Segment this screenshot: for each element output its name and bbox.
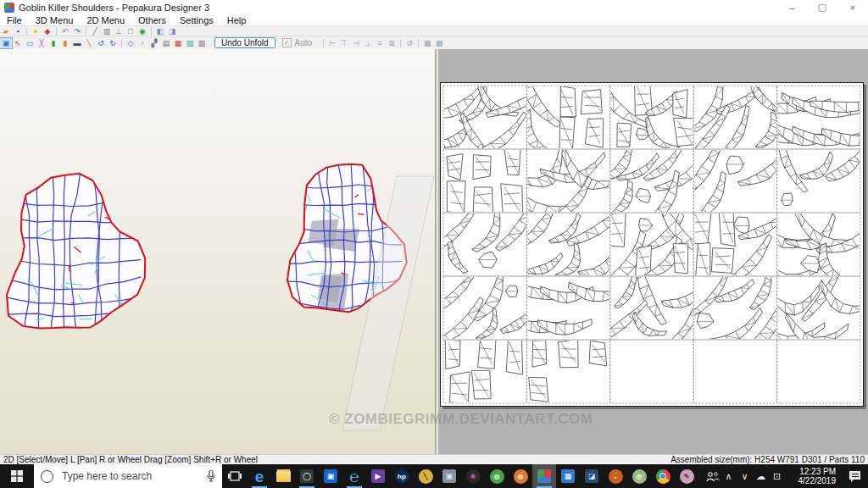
taskbar-app-media-viewer[interactable]: ▣ (437, 464, 461, 488)
pattern-part-group[interactable] (692, 210, 787, 285)
action-center-button[interactable] (841, 464, 868, 488)
layout-pages-icon[interactable]: ▩ (433, 38, 445, 48)
taskbar-app-file-explorer[interactable] (271, 464, 295, 488)
taskbar-app-green-orb-app[interactable]: ◍ (485, 464, 509, 488)
pattern-page-sheet[interactable] (440, 82, 864, 407)
right-shoulder-model[interactable] (287, 162, 407, 326)
undo-unfold-button[interactable]: Undo Unfold (214, 37, 275, 48)
align-bottom-icon[interactable]: ⊥ (362, 38, 374, 48)
print-setup-icon[interactable]: ▥ (196, 38, 208, 48)
taskbar-app-movies-tv[interactable]: ▶ (366, 464, 390, 488)
distribute-icon[interactable]: ≣ (386, 38, 398, 48)
taskbar-clock[interactable]: 12:23 PM 4/22/2019 (788, 467, 836, 485)
scale-up-icon[interactable]: ▮ (47, 38, 59, 48)
toolbar-separator (86, 27, 86, 36)
tray-app-v-icon[interactable]: ∨ (737, 464, 753, 488)
menu-2d-menu[interactable]: 2D Menu (80, 15, 131, 25)
window-controls: – ▢ × (776, 0, 868, 14)
pattern-part-group[interactable] (441, 268, 531, 345)
menu-bar: File3D Menu2D MenuOthersSettingsHelp (0, 14, 868, 25)
flat-part-icon[interactable]: ▬ (71, 38, 83, 48)
rotate-left-icon[interactable]: ↺ (95, 38, 107, 48)
menu-file[interactable]: File (0, 15, 29, 25)
taskbar-search[interactable] (34, 464, 222, 488)
pattern-part-group[interactable] (445, 336, 523, 404)
align-right-icon[interactable]: ⊣ (350, 38, 362, 48)
align-left-icon[interactable]: ⊢ (326, 38, 338, 48)
pattern-part-group[interactable] (506, 147, 625, 221)
align-center-icon[interactable]: ≡ (374, 38, 386, 48)
rotate-right-icon[interactable]: ↻ (107, 38, 119, 48)
task-view-button[interactable] (222, 464, 248, 488)
pattern-part-group[interactable] (520, 207, 622, 278)
align-top-icon[interactable]: ⊤ (338, 38, 350, 48)
taskbar-app-internet-explorer[interactable]: ℮ (342, 464, 366, 488)
rotate-part-left-icon[interactable]: ↺ (403, 38, 415, 48)
taskbar-app-green-circle-app[interactable]: ◎ (627, 464, 651, 488)
audacity-icon: ◒ (609, 469, 623, 484)
start-button[interactable] (0, 464, 34, 488)
select-move-icon[interactable]: ▣ (0, 38, 12, 48)
microphone-icon[interactable] (207, 470, 215, 482)
taskbar-app-orange-orb-app[interactable]: ◉ (509, 464, 532, 488)
auto-checkbox[interactable]: ✓ (282, 38, 292, 47)
taskbar-app-microsoft-store[interactable]: ▣ (319, 464, 342, 488)
taskbar-app-chrome[interactable] (651, 464, 675, 488)
menu-others[interactable]: Others (131, 15, 173, 25)
model-canvas[interactable] (0, 49, 435, 454)
color-fill-icon[interactable]: ▦ (172, 38, 184, 48)
green-orb-app-icon: ◍ (490, 469, 504, 484)
part-number-icon[interactable]: ▤ (160, 38, 172, 48)
pattern-part-group[interactable] (602, 202, 708, 286)
close-button[interactable]: × (837, 0, 868, 14)
viewport-3d[interactable] (0, 49, 436, 454)
pattern-part-group[interactable] (522, 83, 604, 153)
check-window-icon[interactable]: ▭ (24, 38, 36, 48)
taskbar-app-audacity[interactable]: ◒ (604, 464, 627, 488)
pane-2d[interactable] (437, 49, 868, 454)
menu-settings[interactable]: Settings (173, 15, 220, 25)
pattern-part-group[interactable] (684, 140, 787, 219)
arrange-parts-icon[interactable]: ▦ (421, 38, 433, 48)
menu-help[interactable]: Help (220, 15, 253, 25)
pattern-part-group[interactable] (529, 340, 607, 402)
taskbar-app-photos-editor[interactable]: ◪ (580, 464, 604, 488)
pattern-canvas[interactable] (441, 83, 863, 406)
taskbar-app-hp-support[interactable]: hp (390, 464, 414, 488)
scale-down-icon[interactable]: ▮ (59, 38, 71, 48)
onedrive-cloud-icon[interactable]: ☁ (753, 464, 769, 488)
menu-3d-menu[interactable]: 3D Menu (29, 15, 81, 25)
auto-option[interactable]: ✓ Auto (282, 38, 313, 47)
network-display-icon[interactable]: ⊡ (769, 464, 785, 488)
pattern-part-group[interactable] (441, 204, 532, 274)
people-button[interactable] (704, 464, 721, 488)
maximize-button[interactable]: ▢ (807, 0, 837, 14)
search-input[interactable] (60, 469, 207, 483)
taskbar-app-pepakura-designer[interactable] (532, 464, 556, 488)
calculator-icon: ▦ (561, 469, 575, 483)
left-shoulder-model[interactable] (3, 173, 146, 344)
taskbar-app-obs-studio[interactable]: ◯ (295, 464, 319, 488)
taskbar-app-snipping-tool[interactable]: ╲ (414, 464, 437, 488)
clock-date: 4/22/2019 (788, 476, 836, 485)
edit-mode-icon[interactable]: ↖ (12, 38, 24, 48)
divide-face-icon[interactable]: ▞ (148, 38, 160, 48)
pattern-part-group[interactable] (508, 282, 622, 335)
pattern-part-group[interactable] (598, 83, 695, 150)
taskbar-app-paint-3d[interactable]: ✳ (461, 464, 485, 488)
pattern-part-group[interactable] (754, 209, 863, 285)
draw-line-icon[interactable]: ╲ (83, 38, 95, 48)
pattern-part-group[interactable] (689, 83, 782, 158)
taskbar-app-paint[interactable]: ✎ (675, 464, 698, 488)
chevron-up-icon[interactable]: ∧ (721, 464, 737, 488)
marquee-icon[interactable]: ▫ (136, 38, 148, 48)
edge-color-icon[interactable]: ╳ (36, 38, 47, 48)
pattern-part-group[interactable] (447, 149, 523, 214)
pattern-part-group[interactable] (778, 136, 863, 206)
pattern-part-group[interactable] (687, 263, 783, 351)
minimize-button[interactable]: – (776, 0, 807, 14)
color-edge-icon[interactable]: ▧ (184, 38, 196, 48)
taskbar-app-calculator[interactable]: ▦ (556, 464, 580, 488)
join-edge-icon[interactable]: ◇ (125, 38, 136, 48)
taskbar-app-edge[interactable]: e (248, 464, 271, 488)
